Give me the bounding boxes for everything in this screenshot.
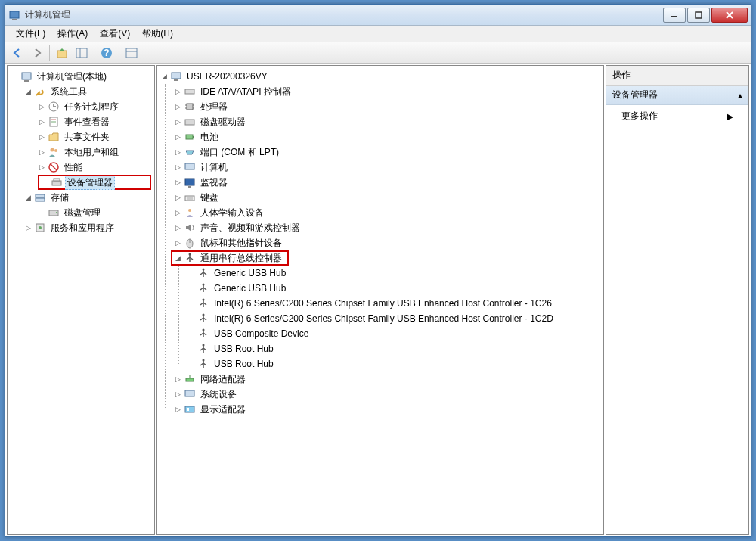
expand-icon[interactable]: ▷ bbox=[172, 117, 183, 127]
device-usb-controllers[interactable]: ◢通用串行总线控制器 bbox=[171, 250, 289, 266]
usb-icon bbox=[184, 252, 196, 264]
usb-device-item[interactable]: USB Root Hub bbox=[186, 341, 602, 356]
tree-system-tools[interactable]: ◢ 系统工具 bbox=[23, 84, 153, 99]
device-ide[interactable]: ▷IDE ATA/ATAPI 控制器 bbox=[172, 84, 602, 99]
expand-icon[interactable]: ▷ bbox=[172, 222, 183, 233]
expand-icon[interactable]: ▷ bbox=[172, 374, 183, 384]
expander-icon[interactable] bbox=[36, 207, 47, 218]
usb-device-item[interactable]: Generic USB Hub bbox=[186, 266, 602, 281]
device-display[interactable]: ▷显示适配器 bbox=[172, 402, 602, 417]
expand-icon[interactable]: ▷ bbox=[172, 389, 183, 400]
expander-icon bbox=[186, 313, 197, 324]
forward-button[interactable] bbox=[28, 44, 46, 62]
expand-icon[interactable]: ▷ bbox=[23, 222, 33, 233]
port-icon bbox=[184, 146, 196, 158]
tree-services[interactable]: ▷ 服务和应用程序 bbox=[23, 220, 153, 235]
tree-label: 设备管理器 bbox=[65, 176, 115, 190]
usb-device-item[interactable]: Intel(R) 6 Series/C200 Series Chipset Fa… bbox=[186, 296, 602, 311]
tree-label: USER-20200326VY bbox=[184, 70, 270, 82]
svg-line-24 bbox=[51, 164, 57, 170]
svg-rect-13 bbox=[22, 73, 31, 79]
expand-icon[interactable]: ▷ bbox=[36, 147, 47, 157]
usb-device-item[interactable]: Intel(R) 6 Series/C200 Series Chipset Fa… bbox=[186, 311, 602, 326]
expander-icon bbox=[186, 283, 197, 294]
tree-label: 服务和应用程序 bbox=[48, 221, 116, 235]
expand-icon[interactable]: ▷ bbox=[172, 86, 183, 97]
menu-view[interactable]: 查看(V) bbox=[94, 26, 136, 42]
tools-icon bbox=[34, 86, 46, 98]
tree-event-viewer[interactable]: ▷ 事件查看器 bbox=[36, 114, 153, 129]
device-battery[interactable]: ▷电池 bbox=[172, 129, 602, 145]
menu-help[interactable]: 帮助(H) bbox=[136, 26, 179, 42]
device-mouse[interactable]: ▷鼠标和其他指针设备 bbox=[172, 235, 602, 250]
tree-task-scheduler[interactable]: ▷ 任务计划程序 bbox=[36, 99, 153, 114]
up-button[interactable] bbox=[53, 44, 71, 62]
device-ports[interactable]: ▷端口 (COM 和 LPT) bbox=[172, 145, 602, 160]
expand-icon[interactable]: ▷ bbox=[36, 132, 47, 142]
expand-icon[interactable]: ▷ bbox=[172, 162, 183, 173]
device-network[interactable]: ▷网络适配器 bbox=[172, 372, 602, 387]
device-root[interactable]: ◢ USER-20200326VY bbox=[159, 69, 602, 84]
show-hide-tree-button[interactable] bbox=[73, 44, 91, 62]
collapse-icon[interactable]: ◢ bbox=[159, 71, 169, 82]
minimize-button[interactable] bbox=[663, 8, 686, 23]
usb-device-item[interactable]: Generic USB Hub bbox=[186, 281, 602, 296]
svg-rect-85 bbox=[186, 378, 194, 381]
expand-icon[interactable]: ▷ bbox=[36, 162, 47, 173]
device-sound[interactable]: ▷声音、视频和游戏控制器 bbox=[172, 220, 602, 235]
svg-rect-42 bbox=[186, 135, 193, 139]
properties-button[interactable] bbox=[122, 44, 141, 62]
device-monitor[interactable]: ▷监视器 bbox=[172, 175, 602, 190]
expand-icon[interactable]: ▷ bbox=[172, 132, 183, 142]
actions-section[interactable]: 设备管理器 ▴ bbox=[606, 86, 748, 105]
svg-rect-87 bbox=[185, 390, 194, 396]
device-system[interactable]: ▷系统设备 bbox=[172, 387, 602, 402]
expand-icon[interactable]: ▷ bbox=[172, 101, 183, 112]
tree-label: USB Root Hub bbox=[212, 358, 276, 370]
usb-children: Generic USB HubGeneric USB HubIntel(R) 6… bbox=[172, 266, 602, 372]
collapse-icon[interactable]: ◢ bbox=[23, 86, 33, 97]
device-cpu[interactable]: ▷处理器 bbox=[172, 99, 602, 114]
usb-device-item[interactable]: USB Composite Device bbox=[186, 326, 602, 341]
tree-storage[interactable]: ◢ 存储 bbox=[23, 190, 153, 205]
expand-icon[interactable]: ▷ bbox=[172, 192, 183, 203]
tree-local-users[interactable]: ▷ 本地用户和组 bbox=[36, 145, 153, 160]
menu-action[interactable]: 操作(A) bbox=[51, 26, 94, 42]
device-hid[interactable]: ▷人体学输入设备 bbox=[172, 205, 602, 220]
close-button[interactable] bbox=[711, 8, 748, 23]
expander-icon[interactable] bbox=[39, 177, 50, 188]
tree-root-computer-mgmt[interactable]: 计算机管理(本地) bbox=[9, 69, 153, 84]
usb-device-item[interactable]: USB Root Hub bbox=[186, 356, 602, 372]
svg-point-21 bbox=[51, 148, 54, 152]
svg-rect-0 bbox=[10, 11, 19, 18]
back-button[interactable] bbox=[8, 44, 26, 62]
collapse-icon[interactable]: ◢ bbox=[23, 192, 33, 203]
expand-icon[interactable]: ▷ bbox=[172, 177, 183, 188]
expand-icon[interactable]: ▷ bbox=[172, 238, 183, 248]
svg-point-32 bbox=[39, 226, 42, 229]
shared-folder-icon bbox=[48, 131, 60, 143]
performance-icon bbox=[48, 161, 60, 173]
expand-icon[interactable]: ▷ bbox=[36, 101, 47, 112]
expand-icon[interactable]: ▷ bbox=[172, 147, 183, 157]
more-actions[interactable]: 更多操作 ▶ bbox=[606, 105, 748, 127]
help-button[interactable]: ? bbox=[98, 44, 116, 62]
titlebar: 计算机管理 bbox=[5, 5, 751, 26]
expand-icon[interactable]: ▷ bbox=[172, 404, 183, 415]
tree-performance[interactable]: ▷ 性能 bbox=[36, 160, 153, 175]
tree-shared-folders[interactable]: ▷ 共享文件夹 bbox=[36, 129, 153, 145]
expand-icon[interactable]: ▷ bbox=[36, 117, 47, 127]
expand-icon[interactable]: ▷ bbox=[172, 207, 183, 218]
expander-icon[interactable] bbox=[9, 71, 20, 82]
menu-file[interactable]: 文件(F) bbox=[10, 26, 51, 42]
device-disk-drives[interactable]: ▷磁盘驱动器 bbox=[172, 114, 602, 129]
collapse-icon[interactable]: ◢ bbox=[172, 253, 183, 263]
tree-device-manager[interactable]: 设备管理器 bbox=[38, 175, 151, 190]
tree-label: 电池 bbox=[198, 130, 221, 145]
svg-rect-44 bbox=[185, 163, 194, 169]
device-computer[interactable]: ▷计算机 bbox=[172, 160, 602, 175]
tree-disk-mgmt[interactable]: 磁盘管理 bbox=[36, 205, 153, 220]
maximize-button[interactable] bbox=[687, 8, 710, 23]
tree-label: 事件查看器 bbox=[62, 115, 112, 129]
device-keyboard[interactable]: ▷键盘 bbox=[172, 190, 602, 205]
